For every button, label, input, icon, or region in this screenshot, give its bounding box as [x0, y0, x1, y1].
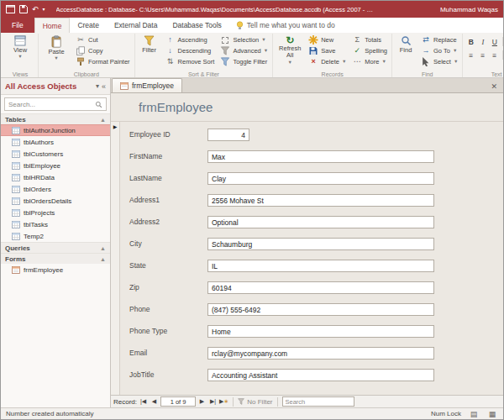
field-label: Phone [129, 303, 207, 313]
record-selector-bar[interactable]: ▶ [111, 122, 120, 395]
save-icon[interactable] [19, 5, 28, 13]
cut-button[interactable]: ✂Cut [74, 35, 132, 45]
table-icon [12, 127, 20, 134]
undo-icon[interactable]: ↶ [32, 6, 39, 13]
totals-button[interactable]: ΣTotals [350, 35, 389, 45]
layout-view-button[interactable]: ▦ [486, 409, 498, 419]
field-input[interactable]: 2556 Mohave St [207, 194, 434, 207]
sidebar-item-form[interactable]: frmEmployee [1, 264, 110, 276]
document-tab-bar: frmEmployee ✕ [111, 78, 503, 93]
form-detail: ▶ Employee ID 4 FirstName Max [111, 122, 503, 395]
new-record-button[interactable]: New [307, 35, 348, 45]
sidebar-item-table[interactable]: tblEmployee [1, 160, 110, 171]
filter-status[interactable]: No Filter [238, 398, 272, 406]
new-blank-record-button[interactable]: ▶∗ [219, 396, 228, 407]
select-button[interactable]: Select▼ [419, 57, 459, 66]
section-queries[interactable]: Queries ▲ [1, 242, 110, 253]
sidebar-item-label: tblEmployee [24, 162, 60, 170]
replace-button[interactable]: ⇄Replace [419, 35, 459, 45]
form-header: frmEmployee [111, 93, 503, 122]
close-document-icon[interactable]: ✕ [485, 82, 503, 91]
more-button[interactable]: ⋯More▼ [350, 57, 389, 66]
advanced-label: Advanced [233, 47, 260, 55]
sidebar-item-table[interactable]: tblAuthors [1, 136, 110, 148]
field-input[interactable]: Clay [207, 172, 434, 185]
view-button[interactable]: View ▼ [5, 34, 35, 68]
nav-search-box[interactable]: Search... [4, 97, 107, 111]
align-center-icon[interactable]: ≡ [477, 50, 488, 60]
nav-pane-menu-icon[interactable]: ▾ [96, 82, 99, 90]
bold-button[interactable]: B [465, 36, 476, 47]
tab-file[interactable]: File [1, 18, 34, 33]
field-input[interactable]: Accounting Assistant [207, 369, 434, 381]
advanced-button[interactable]: Advanced▼ [218, 46, 270, 55]
copy-icon [76, 46, 86, 55]
shutter-close-icon[interactable]: « [102, 82, 106, 91]
paste-button[interactable]: Paste ▼ [41, 34, 71, 68]
format-painter-button[interactable]: Format Painter [74, 57, 132, 66]
delete-record-button[interactable]: ×Delete▼ [307, 57, 348, 66]
field-input[interactable]: (847) 555-6492 [207, 303, 434, 316]
descending-button[interactable]: ↓Descending [164, 46, 217, 55]
forms-list: frmEmployee [1, 264, 110, 276]
field-input[interactable]: IL [207, 260, 434, 272]
field-label: FirstName [129, 150, 207, 160]
remove-sort-button[interactable]: ⇅Remove Sort [164, 57, 217, 66]
field-label: Employee ID [129, 129, 207, 139]
sidebar-item-table[interactable]: tblTasks [1, 218, 110, 230]
next-record-button[interactable]: ▶ [197, 396, 207, 407]
form-fields: Employee ID 4 FirstName Max LastName Cla… [120, 122, 503, 395]
filter-button[interactable]: Filter [138, 34, 161, 68]
italic-button[interactable]: I [477, 36, 488, 47]
spelling-button[interactable]: ✓Spelling [350, 46, 389, 55]
user-name[interactable]: Muhammad Waqas [440, 6, 498, 13]
field-input[interactable]: 60194 [207, 281, 434, 294]
sidebar-item-table[interactable]: tblOrdersDetails [1, 195, 110, 207]
underline-button[interactable]: U [489, 36, 500, 47]
field-input[interactable]: Schaumburg [207, 238, 434, 250]
align-right-icon[interactable]: ≡ [489, 50, 500, 60]
sidebar-item-table[interactable]: tblCustomers [1, 148, 110, 160]
field-input[interactable]: Max [207, 150, 434, 163]
totals-label: Totals [365, 36, 381, 44]
sidebar-item-table[interactable]: tblProjects [1, 207, 110, 218]
form-field-row: Address1 2556 Mohave St [129, 194, 503, 216]
refresh-all-button[interactable]: ↻ Refresh All ▼ [276, 34, 304, 68]
status-text: Number created automaticaly [6, 410, 424, 417]
first-record-button[interactable]: |◀ [139, 396, 148, 407]
field-input[interactable]: Optional [207, 216, 434, 228]
tab-home[interactable]: Home [34, 18, 71, 33]
save-record-button[interactable]: Save [307, 46, 348, 55]
document-tab-frmEmployee[interactable]: frmEmployee [112, 78, 182, 92]
form-field-row: Zip 60194 [129, 281, 503, 303]
copy-button[interactable]: Copy [74, 46, 132, 55]
tell-me-box[interactable]: Tell me what you want to do [229, 18, 342, 33]
field-input[interactable]: Home [207, 325, 434, 338]
selection-button[interactable]: Selection▼ [218, 35, 270, 45]
sidebar-item-table[interactable]: tblHRData [1, 171, 110, 183]
section-forms[interactable]: Forms ▲ [1, 253, 110, 264]
field-input[interactable]: rclay@mycompany.com [207, 347, 434, 360]
record-search-box[interactable]: Search [282, 396, 354, 407]
previous-record-button[interactable]: ◀ [150, 396, 159, 407]
go-to-button[interactable]: →Go To▼ [419, 46, 459, 55]
tab-external-data[interactable]: External Data [107, 18, 165, 33]
sidebar-item-table[interactable]: tblAuthorJunction [1, 124, 110, 136]
sidebar-item-table[interactable]: Temp2 [1, 230, 110, 242]
qat-customize-icon[interactable]: ▾ [43, 7, 45, 12]
record-search-placeholder: Search [286, 398, 306, 406]
form-view-button[interactable]: ▤ [468, 409, 480, 419]
ascending-button[interactable]: ↑Ascending [164, 35, 217, 45]
toggle-filter-button[interactable]: Toggle Filter [218, 57, 270, 66]
record-position-box[interactable]: 1 of 9 [160, 396, 196, 407]
tab-create[interactable]: Create [70, 18, 107, 33]
paste-icon [50, 35, 62, 48]
tab-database-tools[interactable]: Database Tools [165, 18, 228, 33]
group-label-sort-filter: Sort & Filter [135, 71, 273, 77]
field-input[interactable]: 4 [207, 129, 249, 141]
align-left-icon[interactable]: ≡ [465, 50, 476, 60]
find-button[interactable]: Find [395, 34, 417, 68]
sidebar-item-table[interactable]: tblOrders [1, 183, 110, 195]
last-record-button[interactable]: ▶| [208, 396, 218, 407]
section-tables[interactable]: Tables ▲ [1, 113, 110, 124]
